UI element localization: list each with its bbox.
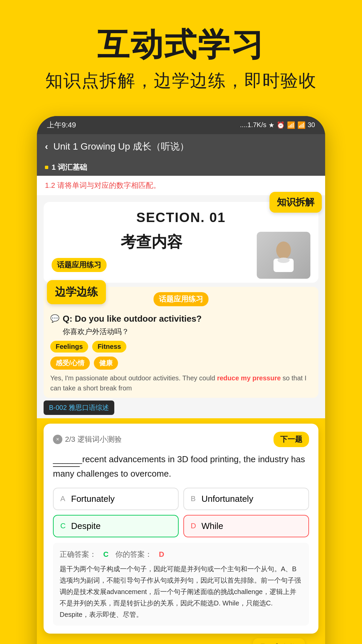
badge-zhishi: 知识拆解 [269,192,322,213]
quiz-progress: 2/3 逻辑词小测验 [65,434,122,444]
phone-inner: 1.2 请将单词与对应的数字相匹配。 知识拆解 SECTION. 01 [37,176,325,644]
hero-section: 互动式学习 知识点拆解，边学边练，即时验收 [0,0,362,106]
topic-question-cn: 你喜欢户外活动吗？ [63,327,202,337]
option-c-text: Despite [71,521,101,531]
hero-title: 互动式学习 [13,27,349,62]
next-question-button[interactable]: 下一题 [274,432,309,447]
option-feelings[interactable]: Feelings [50,341,88,353]
svg-point-2 [278,258,290,263]
phone-area: 上午9:49 ....1.7K/s ★ ⏰ 📶 📶 30 ‹ Unit 1 Gr… [0,106,362,644]
option-a-text: Fortunately [71,494,115,504]
status-bar: 上午9:49 ....1.7K/s ★ ⏰ 📶 📶 30 [37,116,325,134]
topic-options: Feelings Fitness [50,341,312,353]
answer-explanation: 正确答案： C 你的答案： D 题干为两个句子构成一个句子，因此可能是并列句或一… [53,543,309,626]
option-d-text: While [201,521,223,531]
quiz-card: × 2/3 逻辑词小测验 下一题 ______ recent advanceme… [44,424,318,634]
quiz-close-button[interactable]: × 2/3 逻辑词小测验 [53,434,122,444]
signal-icon: 📶 [287,121,295,129]
topic-practice-header: 话题应用练习 [154,292,208,306]
correct-answer-value: C [103,548,109,560]
close-icon[interactable]: × [53,435,62,444]
option-fitness[interactable]: Fitness [92,341,126,353]
quiz-blank: ______ [53,452,80,467]
badge-bianxue: 边学边练 [47,280,106,304]
option-feelings-cn: 感受/心情 [50,357,90,370]
wifi-icon: 📶 [297,121,306,129]
quiz-question-text: recent advancements in 3D food printing,… [53,454,305,479]
explanation-text: 题干为两个句子构成一个句子，因此可能是并列句或一个主句和一个从句。A、B选项均为… [60,563,302,620]
section-01-title: SECTION. 01 [52,210,310,225]
quiz-option-c[interactable]: C Despite [53,515,179,537]
topic-question: Q: Do you like outdoor activities? [63,314,202,324]
quiz-option-a[interactable]: A Fortunately [53,488,179,510]
alarm-icon: ⏰ [277,121,285,129]
option-fitness-cn: 健康 [94,357,118,370]
vocab-instruction: 1.2 请将单词与对应的数字相匹配。 [45,181,161,190]
badge-jishi: 即时验收 [253,638,305,644]
status-right: ....1.7K/s ★ ⏰ 📶 📶 30 [240,121,315,129]
svg-point-0 [276,241,291,259]
teacher-image [257,232,310,279]
correct-answer-label: 正确答案： [60,548,97,560]
section-dot-icon [45,166,48,169]
phone-mockup: 上午9:49 ....1.7K/s ★ ⏰ 📶 📶 30 ‹ Unit 1 Gr… [37,116,325,644]
practice-label: 话题应用练习 [52,258,107,272]
lesson-code: B-002 雅思口语综述 [49,404,109,411]
option-a-letter: A [60,494,67,503]
bluetooth-icon: ★ [268,121,275,129]
quiz-options: A Fortunately B Unfortunately C Despite [53,488,309,537]
quiz-header: × 2/3 逻辑词小测验 下一题 [53,432,309,447]
battery-level: 30 [308,121,315,129]
answer-row: 正确答案： C 你的答案： D [60,548,302,560]
quiz-option-b[interactable]: B Unfortunately [183,488,309,510]
nav-bar: ‹ Unit 1 Growing Up 成长（听说） [37,134,325,159]
topic-answer: Yes, I'm passionate about outdoor activi… [50,373,312,393]
your-answer-label: 你的答案： [115,548,152,560]
option-b-letter: B [191,494,197,503]
quiz-option-d[interactable]: D While [183,515,309,537]
quiz-question: ______ recent advancements in 3D food pr… [53,452,309,481]
section-label-text: 1 词汇基础 [52,162,87,172]
section-label: 1 词汇基础 [37,159,325,176]
your-answer-value: D [159,548,164,560]
option-c-letter: C [60,522,67,530]
nav-title: Unit 1 Growing Up 成长（听说） [53,140,189,153]
back-button[interactable]: ‹ [45,141,48,152]
hero-subtitle: 知识点拆解，边学边练，即时验收 [13,69,349,93]
network-info: ....1.7K/s [240,121,266,129]
option-d-letter: D [191,522,197,530]
option-b-text: Unfortunately [201,494,253,504]
status-time: 上午9:49 [47,120,76,130]
